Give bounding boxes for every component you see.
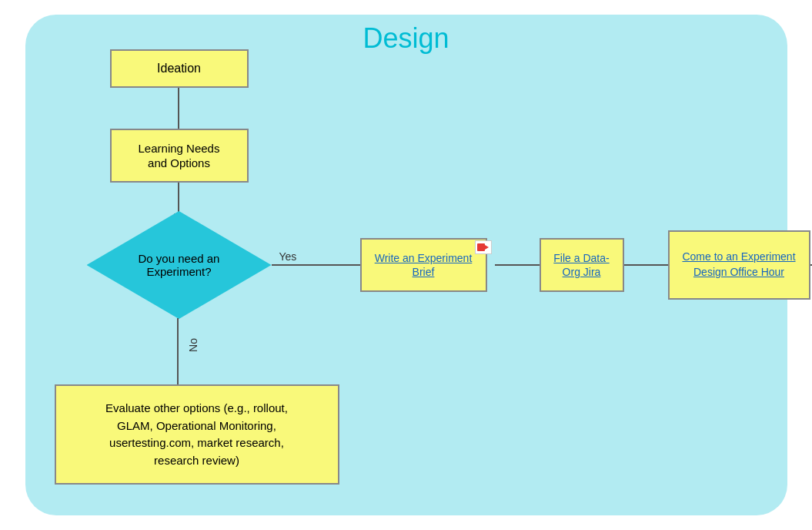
experiment-brief-label: Write an Experiment Brief [366, 251, 482, 279]
no-label: No [187, 338, 199, 352]
arrow-ideation-to-learning [178, 88, 179, 130]
arrow-jira-to-officehour [624, 264, 670, 266]
diamond-inner: Do you need an Experiment? [87, 211, 272, 319]
decision-diamond: Do you need an Experiment? [87, 211, 272, 319]
diagram-container: Design Ideation Learning Needsand Option… [25, 15, 787, 515]
page: Design Ideation Learning Needsand Option… [0, 0, 812, 530]
learning-needs-box: Learning Needsand Options [110, 129, 249, 183]
arrow-yes-line [272, 264, 364, 266]
ideation-label: Ideation [157, 62, 201, 75]
video-icon [475, 240, 492, 254]
arrow-brief-to-jira [495, 264, 541, 266]
svg-marker-1 [485, 245, 489, 250]
evaluate-box: Evaluate other options (e.g., rollout,GL… [55, 384, 339, 485]
ideation-box: Ideation [110, 49, 249, 88]
learning-needs-label: Learning Needsand Options [139, 141, 220, 171]
arrow-yes [272, 264, 364, 266]
arrow-learning-to-diamond [178, 183, 179, 213]
yes-label: Yes [279, 250, 297, 263]
office-hour-label: Come to an Experiment Design Office Hour [676, 250, 803, 280]
arrow-no [177, 318, 179, 387]
evaluate-label: Evaluate other options (e.g., rollout,GL… [105, 400, 288, 469]
experiment-brief-box[interactable]: Write an Experiment Brief [360, 238, 487, 292]
office-hour-box[interactable]: Come to an Experiment Design Office Hour [668, 230, 810, 300]
diamond-label: Do you need an Experiment? [118, 252, 241, 278]
jira-label: File a Data- Org Jira [545, 251, 619, 279]
jira-box[interactable]: File a Data- Org Jira [540, 238, 624, 292]
svg-rect-0 [477, 243, 485, 251]
